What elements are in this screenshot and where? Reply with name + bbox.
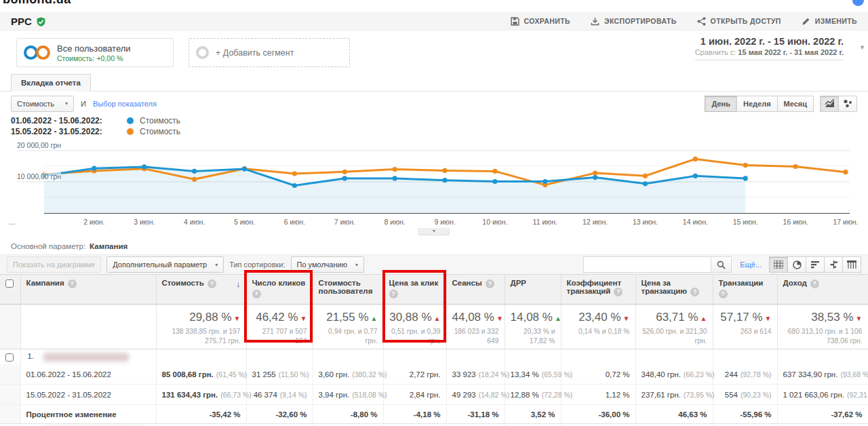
granularity-месяц[interactable]: Месяц [777,96,814,112]
help-icon[interactable]: ? [252,290,261,298]
segment-title: Все пользователи [57,43,131,54]
table-header-row: Кампания?↓Стоимость?Число кликов?Стоимос… [0,275,868,304]
period-label-cell: Процентное изменение [20,405,156,424]
comparison-view-button[interactable] [824,256,843,273]
metric-value: 49 293 [452,391,476,399]
metric-value: 244 [725,370,738,379]
column-header-6[interactable]: ДРР [505,275,561,304]
segment-all-users[interactable]: Все пользователи Стоимость: +0,00 % [16,38,174,67]
row-checkbox[interactable] [5,353,14,362]
browser-clipped-strip: bomond.ua [0,0,868,12]
help-icon[interactable]: ? [810,279,819,288]
summary-campaign-cell [20,304,156,349]
line-chart-button[interactable] [820,96,839,112]
metric-share: (14,82 %) [479,391,510,399]
performance-view-button[interactable] [806,256,825,273]
metric-share: (518,08 %) [352,391,387,399]
pivot-view-button[interactable] [842,256,861,273]
column-header-7[interactable]: Коэффициент транзакций? [561,275,635,304]
date-range-selector[interactable]: 1 июн. 2022 г. - 15 июн. 2022 г. Сравнит… [695,36,854,60]
column-header-4[interactable]: Цена за клик? [383,275,446,304]
granularity-день[interactable]: День [705,96,737,112]
column-header-1[interactable]: ↓Стоимость? [156,275,246,304]
period-row: 15.05.2022 - 31.05.2022131 634,43 грн.(6… [0,385,868,405]
tab-report[interactable]: Вкладка отчета [11,74,91,92]
column-header-2[interactable]: Число кликов? [246,275,313,304]
help-icon[interactable]: ? [208,279,216,288]
table-toolbar: Показать на диаграмме Дополнительный пар… [0,254,868,275]
x-axis-tick: 11 июн. [533,218,557,226]
summary-detail: 680 313,10 грн. и 1 106 738,06 грн. [783,327,863,347]
metric-value: 3,52 % [531,410,555,419]
user-avatar[interactable] [852,0,864,6]
date-range-compare: Сравнить с: 15 мая 2022 г. - 31 мая 2022… [695,48,844,56]
metric-select[interactable]: Стоимость ▾ [11,96,74,112]
primary-dimension-value[interactable]: Кампания [90,242,127,250]
row-index: 1. [28,352,35,360]
select-all-checkbox[interactable] [5,279,14,288]
metric-value-cell: -31,18 % [446,405,505,424]
sort-desc-icon[interactable]: ↓ [236,279,241,289]
page-title: PPC [11,16,32,27]
summary-detail: 271 707 и 507 104 [252,327,307,347]
x-axis-tick: 9 июн. [434,218,455,226]
help-icon[interactable]: ? [68,279,77,288]
metric-value-cell: -8,80 % [313,405,383,424]
row-checkbox-cell [0,385,20,405]
metric-value: 2,84 грн. [410,391,441,399]
summary-metric-cell-9: 38,53 %▼680 313,10 грн. и 1 106 738,06 г… [777,304,868,349]
share-button[interactable]: ОТКРЫТЬ ДОСТУП [697,17,781,26]
column-header-10[interactable]: Доход? [777,275,868,304]
search-button[interactable] [711,256,732,273]
sort-type-select[interactable]: По умолчанию ▾ [291,256,364,273]
column-label: Коэффициент транзакций [567,279,622,295]
summary-detail: 186 023 и 332 649 [452,327,499,347]
period-row: 01.06.2022 - 15.06.202285 008,68 грн.(61… [0,364,868,385]
save-icon [511,17,519,26]
column-label: Доход [783,279,807,287]
arrow-down-icon: ▼ [300,315,307,322]
x-axis-tick: 2 июн. [83,218,104,226]
help-icon[interactable]: ? [486,279,494,288]
summary-detail: 0,94 грн. и 0,77 грн. [319,327,378,347]
plot-rows-button[interactable]: Показать на диаграмме [7,256,101,273]
motion-chart-button[interactable] [838,96,857,112]
y-axis-tick-10000: 10 000,00 грн [17,172,61,180]
export-button[interactable]: ЭКСПОРТИРОВАТЬ [591,17,677,26]
select-metric-link[interactable]: Выбор показателя [93,100,157,108]
help-icon[interactable]: ? [614,288,623,296]
pencil-icon [802,17,810,26]
arrow-down-icon: ▼ [496,315,503,322]
column-label: Стоимость пользователя [319,279,373,295]
table-view-button[interactable] [769,256,788,273]
column-header-5[interactable]: Сеансы? [446,275,505,304]
legend-row-1: 15.05.2022 - 31.05.2022:Стоимость [11,126,857,137]
save-button[interactable]: СОХРАНИТЬ [511,17,570,26]
column-header-8[interactable]: Цена за транзакцию? [635,275,713,304]
column-header-campaign[interactable]: Кампания? [20,275,156,304]
help-icon[interactable]: ? [690,288,699,296]
percentage-view-button[interactable] [787,256,806,273]
metric-value-cell: 3,60 грн.(380,32 %) [313,364,383,385]
redacted-campaign-name[interactable] [43,353,129,362]
metric-value-cell: 2,72 грн. [383,364,446,385]
chevron-down-icon: ▼ [859,44,865,51]
help-icon[interactable]: ? [719,290,728,298]
table-search-input[interactable] [583,256,711,273]
metric-value: 1 021 663,06 грн. [783,391,844,399]
metric-share: (90,23 %) [741,391,772,399]
edit-button[interactable]: ИЗМЕНИТЬ [802,17,857,26]
summary-row: 29,88 %▼138 338,85 грн. и 197 275,71 грн… [0,304,868,349]
help-icon[interactable]: ? [389,290,398,298]
column-header-3[interactable]: Стоимость пользователя [313,275,383,304]
metric-share: (380,32 %) [352,370,387,379]
add-segment-button[interactable]: + Добавить сегмент [189,38,350,67]
column-header-9[interactable]: Транзакции? [713,275,777,304]
collapse-chart-button[interactable]: ▼ [418,228,450,235]
granularity-неделя[interactable]: Неделя [736,96,778,112]
chevron-down-icon: ▾ [215,262,218,268]
advanced-filter-link[interactable]: Ещё... [740,260,762,269]
secondary-dimension-select[interactable]: Дополнительный параметр ▾ [106,256,224,273]
metric-value-cell: 237,61 грн.(73,95 %) [635,385,713,405]
summary-percent: 38,53 %▼ [783,311,863,324]
